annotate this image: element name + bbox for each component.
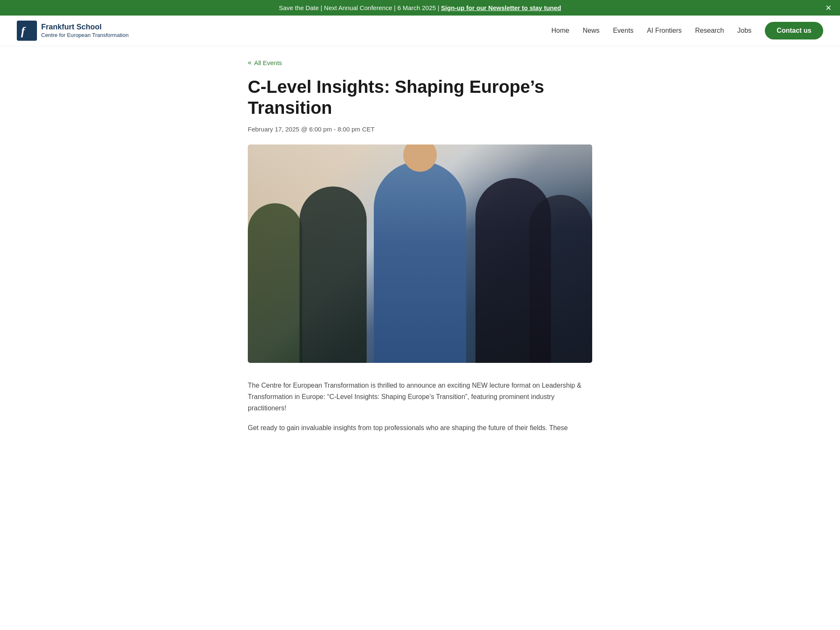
nav-jobs[interactable]: Jobs xyxy=(738,27,752,34)
nav-home[interactable]: Home xyxy=(551,27,570,34)
announcement-text: Save the Date | Next Annual Conference |… xyxy=(279,4,439,11)
event-description-p2: Get ready to gain invaluable insights fr… xyxy=(248,422,592,433)
event-date: February 17, 2025 @ 6:00 pm - 8:00 pm CE… xyxy=(248,126,592,133)
nav-events[interactable]: Events xyxy=(613,27,633,34)
newsletter-link[interactable]: Sign-up for our Newsletter to stay tuned xyxy=(441,4,561,11)
close-announcement-button[interactable]: ✕ xyxy=(825,4,832,12)
svg-rect-0 xyxy=(17,21,37,41)
logo-icon: f xyxy=(17,21,37,41)
main-content: All Events C-Level Insights: Shaping Eur… xyxy=(231,46,609,467)
logo-name-line2: Centre for European Transformation xyxy=(41,32,129,39)
event-image xyxy=(248,144,592,363)
event-image-placeholder xyxy=(248,144,592,363)
logo[interactable]: f Frankfurt School Centre for European T… xyxy=(17,21,129,41)
site-header: f Frankfurt School Centre for European T… xyxy=(0,16,840,46)
nav-ai-frontiers[interactable]: AI Frontiers xyxy=(647,27,682,34)
announcement-bar: Save the Date | Next Annual Conference |… xyxy=(0,0,840,16)
event-description-p1: The Centre for European Transformation i… xyxy=(248,380,592,414)
event-description: The Centre for European Transformation i… xyxy=(248,380,592,434)
back-to-events-link[interactable]: All Events xyxy=(248,59,282,66)
event-title: C-Level Insights: Shaping Europe’s Trans… xyxy=(248,76,592,119)
logo-name-line1: Frankfurt School xyxy=(41,23,129,32)
nav-research[interactable]: Research xyxy=(695,27,724,34)
main-nav: Home News Events AI Frontiers Research J… xyxy=(551,22,823,39)
logo-text: Frankfurt School Centre for European Tra… xyxy=(41,23,129,38)
contact-button[interactable]: Contact us xyxy=(765,22,823,39)
nav-news[interactable]: News xyxy=(583,27,599,34)
